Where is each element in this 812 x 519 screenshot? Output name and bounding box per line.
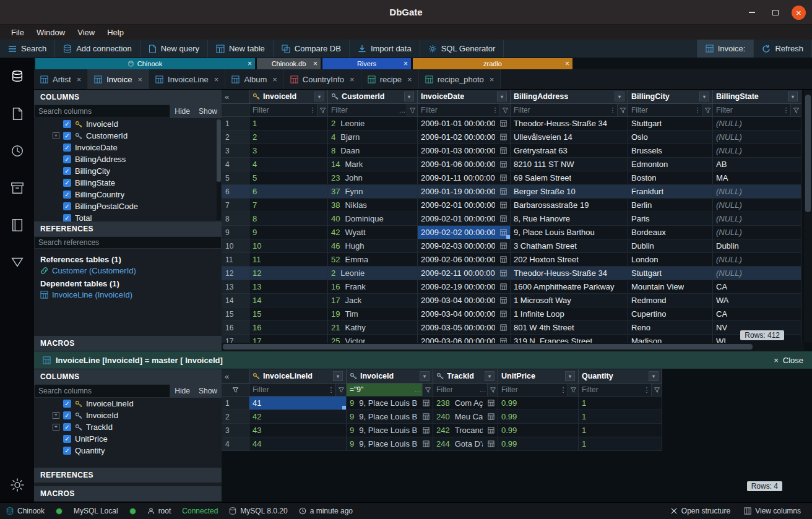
checkbox[interactable]: ✓ [63,191,71,199]
grid-cell[interactable]: 2009-02-19 00:00:00 [418,280,511,294]
grid-cell[interactable]: 9 [249,226,328,239]
close-tab-icon[interactable]: × [272,75,277,84]
calendar-icon[interactable] [500,311,507,317]
checkbox[interactable]: ✓ [63,423,71,431]
grid-cell[interactable]: 41 [249,397,347,410]
column-header[interactable]: InvoiceLineId▾ [249,369,347,384]
row-number[interactable]: 4 [222,158,249,171]
close-tab-icon[interactable]: × [350,75,355,84]
calendar-icon[interactable] [500,338,507,343]
filter-menu-icon[interactable]: ⋮ [308,106,317,114]
grid-cell[interactable]: 14Mark [328,158,418,171]
grid-cell[interactable]: 8, Rue Hanovre [511,212,628,226]
lookup-icon[interactable] [488,400,495,406]
grid-cell[interactable]: 99, Place Louis B [347,410,433,424]
tab-recipe-photo[interactable]: recipe_photo× [419,69,501,89]
column-dropdown-icon[interactable]: ▾ [699,92,709,101]
grid-cell[interactable]: Ullevålsveien 14 [511,131,628,144]
filter-funnel-icon[interactable] [487,384,498,396]
minimize-button[interactable] [745,5,759,20]
toolbar-button-import-data[interactable]: Import data [350,40,420,58]
macros-section-header[interactable]: MACROS [34,336,222,351]
grid-cell[interactable]: 2009-01-19 00:00:00 [418,185,511,199]
filter-menu-icon[interactable]: ⋮ [559,386,568,394]
menu-window[interactable]: Window [30,28,71,37]
tab-invoice[interactable]: Invoice× [88,69,149,89]
calendar-icon[interactable] [500,161,507,168]
grid-cell[interactable]: Stuttgart [628,117,713,131]
checkbox[interactable]: ✓ [63,120,71,128]
row-number[interactable]: 16 [222,321,249,335]
filter-menu-icon[interactable]: ⋮ [327,386,335,394]
grid-cell[interactable]: 2009-02-02 00:00:00 [418,226,511,239]
checkbox[interactable]: ✓ [63,179,71,187]
show-columns-button[interactable]: Show [194,384,222,398]
grid-cell[interactable]: 38Niklas [328,199,418,212]
reference-link-invoiceline[interactable]: InvoiceLine (InvoiceId) [40,290,215,299]
grid-cell[interactable]: 2Leonie [328,117,418,131]
grid-cell[interactable]: 4 [249,158,328,171]
grid-cell[interactable]: 43 [249,424,347,437]
row-number[interactable]: 11 [222,253,249,267]
filter-menu-icon[interactable]: ⋮ [642,386,651,394]
column-dropdown-icon[interactable]: ▾ [497,92,507,101]
filter-menu-icon[interactable]: ⋮ [491,106,499,114]
grid-cell[interactable]: Theodor-Heuss-Straße 34 [511,117,628,131]
row-number[interactable]: 2 [222,410,249,424]
column-dropdown-icon[interactable]: ▾ [485,371,495,381]
row-number[interactable]: 13 [222,280,249,294]
grid-cell[interactable]: (NULL) [713,212,801,226]
close-tab-icon[interactable]: × [565,59,569,68]
grid-cell[interactable]: 0.99 [498,424,579,437]
row-number[interactable]: 5 [222,171,249,185]
hide-columns-button[interactable]: Hide [170,384,194,398]
column-checkbox-item[interactable]: ✓BillingPostalCode [34,200,222,212]
calendar-icon[interactable] [500,324,507,331]
column-header[interactable]: InvoiceId▾ [249,90,328,104]
filter-funnel-icon[interactable] [499,104,510,116]
view-columns-button[interactable]: View columns [744,507,801,515]
grid-cell[interactable]: 2009-03-06 00:00:00 [418,335,511,343]
toolbar-button-new-table[interactable]: New table [208,40,274,58]
grid-cell[interactable]: 4Bjørn [328,131,418,144]
grid-cell[interactable]: 0.99 [498,437,579,451]
filter-menu-icon[interactable]: ⋮ [608,106,617,114]
filter-funnel-icon[interactable] [702,104,712,116]
column-checkbox-item[interactable]: ✓BillingCity [34,165,222,177]
checkbox[interactable]: ✓ [63,400,71,408]
column-checkbox-item[interactable]: +✓CustomerId [34,130,222,142]
collapse-column-panel-button[interactable]: « [222,369,249,384]
row-number[interactable]: 15 [222,307,249,321]
grid-cell[interactable]: 23John [328,171,418,185]
calendar-icon[interactable] [500,256,507,263]
macros-section-header[interactable]: MACROS [34,486,222,501]
calendar-icon[interactable] [500,147,507,154]
grid-cell[interactable]: (NULL) [713,267,801,280]
filter-options-icon[interactable]: … [478,386,487,393]
close-tab-icon[interactable]: × [137,75,142,84]
grid-cell[interactable]: 2009-01-06 00:00:00 [418,158,511,171]
grid-cell[interactable]: 99, Place Louis B [347,397,433,410]
rail-plugins-button[interactable] [0,207,34,244]
grid-cell[interactable]: 42 [249,410,347,424]
grid-cell[interactable]: 10 [249,239,328,253]
close-tab-icon[interactable]: × [214,75,219,84]
columns-section-header[interactable]: COLUMNS [34,369,222,384]
column-checkbox-item[interactable]: ✓InvoiceId [34,118,222,130]
filter-menu-icon[interactable]: ⋮ [693,106,702,114]
toolbar-button-search[interactable]: Search [0,40,55,58]
column-checkbox-item[interactable]: +✓InvoiceId [34,410,222,421]
filter-funnel-icon[interactable] [651,384,662,396]
grid-cell[interactable]: 99, Place Louis B [347,424,433,437]
grid-cell[interactable]: Brussels [628,144,713,158]
grid-cell[interactable]: 46Hugh [328,239,418,253]
grid-cell[interactable]: Boston [628,171,713,185]
hide-columns-button[interactable]: Hide [170,105,194,118]
checkbox[interactable]: ✓ [63,435,71,443]
grid-cell[interactable]: (NULL) [713,131,801,144]
filter-funnel-icon[interactable] [568,384,578,396]
filter-active-indicator[interactable] [222,104,249,117]
filter-input[interactable]: Filter [328,106,398,114]
tab-album[interactable]: Album× [225,69,283,89]
grid-cell[interactable]: 1 [579,424,662,437]
